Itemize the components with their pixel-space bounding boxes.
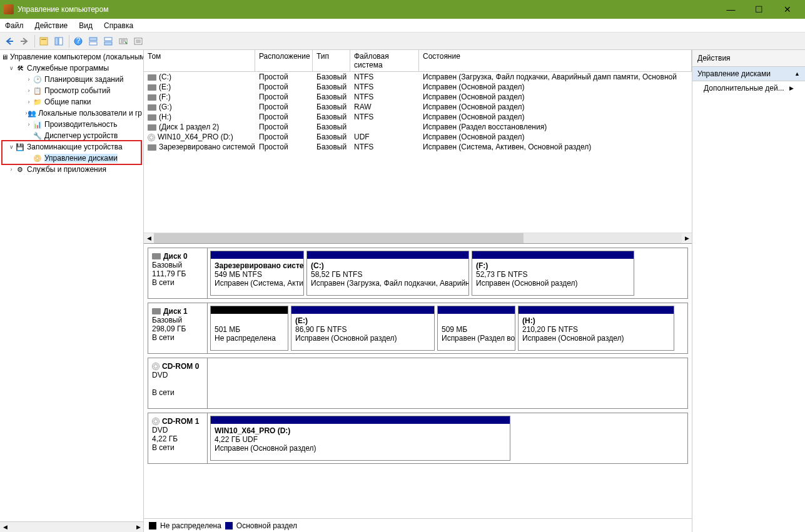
col-fs[interactable]: Файловая система bbox=[350, 50, 419, 72]
scroll-right-icon[interactable]: ▶ bbox=[133, 522, 143, 532]
partition-body: 501 МБНе распределена bbox=[211, 314, 288, 350]
disk-partitions: Зарезервировано систе549 МБ NTFSИсправен… bbox=[208, 248, 687, 298]
table-row[interactable]: (E:)ПростойБазовыйNTFSИсправен (Основной… bbox=[144, 82, 692, 92]
menu-help[interactable]: Справка bbox=[104, 21, 133, 30]
maximize-button[interactable]: ☐ bbox=[745, 0, 773, 19]
disk-row[interactable]: CD-ROM 0DVDВ сети bbox=[148, 358, 688, 409]
collapse-icon[interactable]: ∨ bbox=[8, 144, 15, 150]
tree-scheduler[interactable]: ›🕑Планировщик заданий bbox=[0, 74, 143, 85]
expand-icon[interactable]: › bbox=[25, 121, 33, 128]
tree-devicemgr[interactable]: 🔧Диспетчер устройств bbox=[0, 130, 143, 141]
collapse-icon[interactable]: ∨ bbox=[8, 65, 15, 71]
partition[interactable]: 509 МБИсправен (Раздел во bbox=[437, 306, 515, 351]
table-row[interactable]: (H:)ПростойБазовыйNTFSИсправен (Основной… bbox=[144, 112, 692, 122]
partition[interactable]: 501 МБНе распределена bbox=[210, 306, 288, 351]
menubar: Файл Действие Вид Справка bbox=[0, 19, 805, 33]
nav-tree[interactable]: 🖥 Управление компьютером (локальным ∨ 🛠 … bbox=[0, 50, 143, 521]
tree-system-tools[interactable]: ∨ 🛠 Служебные программы bbox=[0, 63, 143, 74]
scroll-right-icon[interactable]: ▶ bbox=[682, 235, 692, 241]
disk-row[interactable]: Диск 0Базовый111,79 ГБВ сетиЗарезервиров… bbox=[148, 248, 688, 299]
table-body[interactable]: (C:)ПростойБазовыйNTFSИсправен (Загрузка… bbox=[144, 72, 692, 233]
actions-more-label: Дополнительные дей... bbox=[704, 84, 784, 93]
menu-view[interactable]: Вид bbox=[79, 21, 93, 30]
settings-button[interactable] bbox=[116, 34, 130, 48]
disk-graphical-view[interactable]: Диск 0Базовый111,79 ГБВ сетиЗарезервиров… bbox=[144, 244, 692, 518]
scroll-thumb[interactable] bbox=[154, 233, 524, 243]
storage-icon: 💾 bbox=[15, 142, 25, 152]
cd-icon bbox=[148, 134, 155, 141]
disk-info: CD-ROM 1DVD4,22 ГБВ сети bbox=[148, 413, 208, 463]
expand-icon[interactable]: › bbox=[25, 76, 33, 83]
legend: Не распределена Основной раздел bbox=[144, 518, 692, 532]
partition[interactable]: (C:)58,52 ГБ NTFSИсправен (Загрузка, Фай… bbox=[306, 251, 469, 296]
partition[interactable]: Зарезервировано систе549 МБ NTFSИсправен… bbox=[210, 251, 304, 296]
menu-action[interactable]: Действие bbox=[35, 21, 68, 30]
nav-tree-pane: 🖥 Управление компьютером (локальным ∨ 🛠 … bbox=[0, 50, 144, 532]
actions-more[interactable]: Дополнительные дей... ▶ bbox=[692, 81, 805, 95]
table-row[interactable]: (Диск 1 раздел 2)ПростойБазовыйИсправен … bbox=[144, 122, 692, 132]
list-button[interactable] bbox=[131, 34, 145, 48]
tree-storage[interactable]: ∨ 💾 Запоминающие устройства bbox=[0, 141, 143, 153]
partition-bar bbox=[519, 306, 674, 314]
partition-body: (F:)52,73 ГБ NTFSИсправен (Основной разд… bbox=[472, 259, 634, 295]
scroll-left-icon[interactable]: ◀ bbox=[144, 235, 154, 241]
disk-info: CD-ROM 0DVDВ сети bbox=[148, 358, 208, 408]
computer-icon: 🖥 bbox=[1, 52, 8, 62]
scroll-left-icon[interactable]: ◀ bbox=[0, 522, 10, 532]
tree-diskmgmt[interactable]: 📀 Управление дисками bbox=[0, 153, 143, 164]
table-hscroll[interactable]: ◀ ▶ bbox=[144, 233, 692, 243]
menu-file[interactable]: Файл bbox=[5, 21, 24, 30]
partition-body: Зарезервировано систе549 МБ NTFSИсправен… bbox=[211, 259, 303, 295]
table-row[interactable]: WIN10_X64_PRO (D:)ПростойБазовыйUDFИспра… bbox=[144, 132, 692, 142]
col-status[interactable]: Состояние bbox=[419, 50, 692, 72]
clock-icon: 🕑 bbox=[33, 74, 43, 84]
tree-hscroll[interactable]: ◀ ▶ bbox=[0, 521, 143, 532]
hdd-icon bbox=[148, 114, 156, 121]
back-button[interactable] bbox=[3, 34, 16, 48]
tree-sharedfolders[interactable]: ›📁Общие папки bbox=[0, 96, 143, 108]
partition[interactable]: WIN10_X64_PRO (D:)4,22 ГБ UDFИсправен (О… bbox=[210, 416, 510, 461]
tree-root[interactable]: 🖥 Управление компьютером (локальным bbox=[0, 51, 143, 63]
view-top-button[interactable] bbox=[86, 34, 100, 48]
disk-info: Диск 1Базовый298,09 ГБВ сети bbox=[148, 303, 208, 353]
close-button[interactable]: ✕ bbox=[773, 0, 801, 19]
scroll-track[interactable] bbox=[20, 522, 123, 532]
expand-icon[interactable]: › bbox=[8, 166, 15, 173]
table-row[interactable]: (C:)ПростойБазовыйNTFSИсправен (Загрузка… bbox=[144, 72, 692, 82]
scroll-track[interactable] bbox=[154, 233, 682, 243]
partition[interactable]: (E:)86,90 ГБ NTFSИсправен (Основной разд… bbox=[291, 306, 435, 351]
disk-row[interactable]: CD-ROM 1DVD4,22 ГБВ сетиWIN10_X64_PRO (D… bbox=[148, 413, 688, 464]
actions-category-label: Управление дисками bbox=[697, 69, 771, 78]
partition[interactable]: (H:)210,20 ГБ NTFSИсправен (Основной раз… bbox=[518, 306, 674, 351]
expand-icon[interactable]: › bbox=[25, 99, 33, 105]
expand-icon[interactable]: › bbox=[25, 88, 33, 94]
svg-rect-3 bbox=[59, 38, 63, 45]
table-row[interactable]: (G:)ПростойБазовыйRAWИсправен (Основной … bbox=[144, 102, 692, 112]
minimize-button[interactable]: — bbox=[717, 0, 745, 19]
partition-bar bbox=[211, 416, 510, 424]
tree-localusers[interactable]: ›👥Локальные пользователи и гр bbox=[0, 108, 143, 119]
tree-eventviewer[interactable]: ›📋Просмотр событий bbox=[0, 85, 143, 96]
help-button[interactable]: ? bbox=[71, 34, 85, 48]
tree-services-apps[interactable]: › ⚙ Службы и приложения bbox=[0, 164, 143, 175]
actions-category[interactable]: Управление дисками ▲ bbox=[692, 67, 805, 81]
partition-bar bbox=[307, 251, 468, 259]
tree-performance[interactable]: ›📊Производительность bbox=[0, 119, 143, 130]
partition[interactable]: (F:)52,73 ГБ NTFSИсправен (Основной разд… bbox=[472, 251, 634, 296]
table-row[interactable]: Зарезервировано системойПростойБазовыйNT… bbox=[144, 142, 692, 152]
properties-button[interactable] bbox=[37, 34, 51, 48]
chevron-right-icon: ▶ bbox=[789, 85, 794, 91]
table-row[interactable]: (F:)ПростойБазовыйNTFSИсправен (Основной… bbox=[144, 92, 692, 102]
disk-row[interactable]: Диск 1Базовый298,09 ГБВ сети 501 МБНе ра… bbox=[148, 303, 688, 354]
view-bottom-button[interactable] bbox=[101, 34, 115, 48]
col-volume[interactable]: Том bbox=[144, 50, 255, 72]
show-hide-button[interactable] bbox=[52, 34, 66, 48]
disk-info: Диск 0Базовый111,79 ГБВ сети bbox=[148, 248, 208, 298]
forward-button[interactable] bbox=[18, 34, 31, 48]
col-type[interactable]: Тип bbox=[313, 50, 350, 72]
window-title: Управление компьютером bbox=[18, 5, 717, 14]
hdd-icon bbox=[148, 104, 156, 111]
toolbar: ? bbox=[0, 33, 805, 50]
col-layout[interactable]: Расположение bbox=[255, 50, 313, 72]
device-icon: 🔧 bbox=[33, 131, 43, 141]
